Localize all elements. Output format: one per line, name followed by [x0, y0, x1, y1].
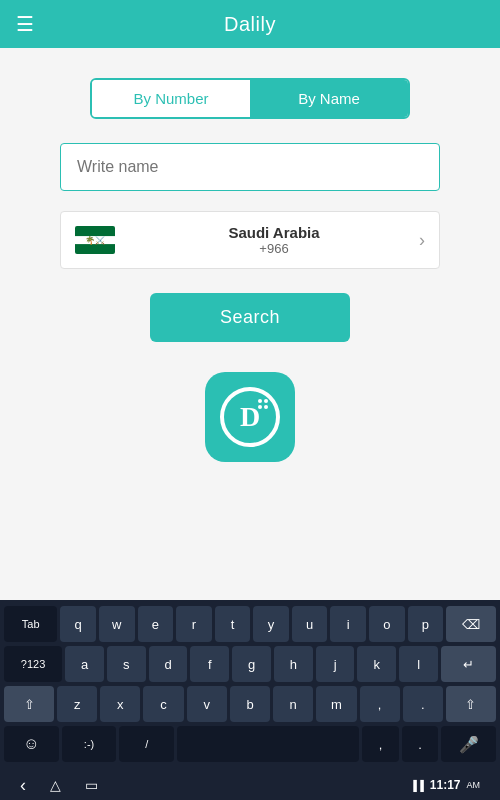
by-number-tab[interactable]: By Number	[92, 80, 250, 117]
key-x[interactable]: x	[100, 686, 140, 722]
key-emoji[interactable]: ☺	[4, 726, 59, 762]
shift-key-right[interactable]: ⇧	[446, 686, 496, 722]
key-u[interactable]: u	[292, 606, 328, 642]
key-m[interactable]: m	[316, 686, 356, 722]
key-comma[interactable]: ,	[360, 686, 400, 722]
country-name: Saudi Arabia	[129, 224, 419, 241]
key-comma-bottom[interactable]: ,	[362, 726, 398, 762]
recents-nav-icon[interactable]: ▭	[85, 777, 98, 793]
logo-dots	[258, 399, 268, 409]
key-q[interactable]: q	[60, 606, 96, 642]
chevron-right-icon: ›	[419, 230, 425, 251]
country-selector[interactable]: 🌴⚔️ Saudi Arabia +966 ›	[60, 211, 440, 269]
keyboard-row-1: Tab q w e r t y u i o p ⌫	[4, 606, 496, 642]
key-slash[interactable]: /	[119, 726, 174, 762]
key-e[interactable]: e	[138, 606, 174, 642]
key-o[interactable]: o	[369, 606, 405, 642]
key-v[interactable]: v	[187, 686, 227, 722]
nav-bar: ‹ △ ▭ ▐▐ 11:17 AM	[0, 770, 500, 800]
shift-key-left[interactable]: ⇧	[4, 686, 54, 722]
main-content: By Number By Name 🌴⚔️ Saudi Arabia +966 …	[0, 48, 500, 482]
by-name-tab[interactable]: By Name	[250, 80, 408, 117]
backspace-key[interactable]: ⌫	[446, 606, 496, 642]
country-flag: 🌴⚔️	[75, 226, 115, 254]
keyboard-row-2: ?123 a s d f g h j k l ↵	[4, 646, 496, 682]
key-z[interactable]: z	[57, 686, 97, 722]
key-t[interactable]: t	[215, 606, 251, 642]
key-g[interactable]: g	[232, 646, 271, 682]
key-a[interactable]: a	[65, 646, 104, 682]
app-logo: D	[205, 372, 295, 462]
key-j[interactable]: j	[316, 646, 355, 682]
logo-inner: D	[220, 387, 280, 447]
name-input[interactable]	[60, 143, 440, 191]
search-mode-toggle: By Number By Name	[90, 78, 410, 119]
nav-icons: ‹ △ ▭	[20, 775, 98, 796]
status-bar: ▐▐ 11:17 AM	[410, 778, 480, 792]
key-b[interactable]: b	[230, 686, 270, 722]
status-time: 11:17	[430, 778, 461, 792]
am-pm-indicator: AM	[467, 780, 481, 790]
key-s[interactable]: s	[107, 646, 146, 682]
key-h[interactable]: h	[274, 646, 313, 682]
key-d[interactable]: d	[149, 646, 188, 682]
keyboard-row-4: ☺ :-) / , . 🎤	[4, 726, 496, 762]
key-l[interactable]: l	[399, 646, 438, 682]
app-header: ☰ Dalily	[0, 0, 500, 48]
key-w[interactable]: w	[99, 606, 135, 642]
signal-icon: ▐▐	[410, 780, 424, 791]
key-emoticon[interactable]: :-)	[62, 726, 117, 762]
app-title: Dalily	[224, 13, 276, 36]
key-r[interactable]: r	[176, 606, 212, 642]
key-y[interactable]: y	[253, 606, 289, 642]
key-k[interactable]: k	[357, 646, 396, 682]
country-info: Saudi Arabia +966	[129, 224, 419, 256]
key-n[interactable]: n	[273, 686, 313, 722]
key-period-bottom[interactable]: .	[402, 726, 438, 762]
virtual-keyboard: Tab q w e r t y u i o p ⌫ ?123 a s d f g…	[0, 600, 500, 770]
spacebar-key[interactable]	[177, 726, 359, 762]
key-i[interactable]: i	[330, 606, 366, 642]
key-f[interactable]: f	[190, 646, 229, 682]
menu-icon[interactable]: ☰	[16, 12, 34, 36]
key-period[interactable]: .	[403, 686, 443, 722]
microphone-key[interactable]: 🎤	[441, 726, 496, 762]
key-tab[interactable]: Tab	[4, 606, 57, 642]
home-nav-icon[interactable]: △	[50, 777, 61, 793]
back-nav-icon[interactable]: ‹	[20, 775, 26, 796]
keyboard-row-3: ⇧ z x c v b n m , . ⇧	[4, 686, 496, 722]
key-c[interactable]: c	[143, 686, 183, 722]
enter-key[interactable]: ↵	[441, 646, 496, 682]
key-symbols[interactable]: ?123	[4, 646, 62, 682]
key-p[interactable]: p	[408, 606, 444, 642]
search-button[interactable]: Search	[150, 293, 350, 342]
country-code: +966	[129, 241, 419, 256]
